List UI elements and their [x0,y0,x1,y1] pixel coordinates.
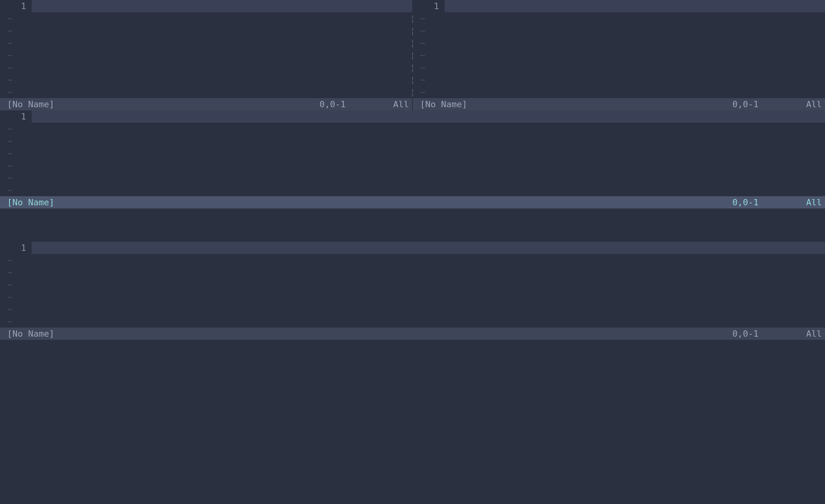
status-percent: All [806,196,823,208]
tilde-icon: ~ [0,25,12,37]
status-cursor-pos: 0,0-1 [319,98,393,110]
tilde-icon: ~ [0,86,12,98]
tilde-icon: ~ [0,123,12,135]
statusline: [No Name] 0,0-1 All [0,98,412,110]
tilde-icon: ~ [413,86,425,98]
empty-line: ~ [0,147,825,159]
pane-bottom[interactable]: 1 ~ ~ ~ ~ ~ ~ [No Name] 0,0-1 All [0,242,825,373]
buffer-line[interactable]: 1 [413,0,825,12]
line-number: 1 [413,0,445,12]
tilde-icon: ~ [0,303,12,315]
tilde-icon: ~ [0,279,12,291]
empty-line: ~ [0,135,825,147]
current-line-highlight[interactable] [32,110,825,123]
empty-line: ~ [0,303,825,315]
current-line-highlight[interactable] [445,0,825,12]
empty-line: ~ [0,266,825,279]
statusline: [No Name] 0,0-1 All [413,98,825,110]
buffer-line[interactable]: 1 [0,110,825,123]
buffer-line[interactable]: 1 [0,242,825,254]
status-buffer-name: [No Name] [7,328,54,340]
line-number: 1 [0,110,32,123]
current-line-highlight[interactable] [32,0,412,12]
status-buffer-name: [No Name] [7,196,54,208]
status-percent: All [806,328,823,340]
statusline-active: [No Name] 0,0-1 All [0,196,825,208]
empty-line: ~ [0,184,825,196]
empty-line: ~ [0,74,412,86]
empty-line: ~ [0,37,412,49]
tilde-icon: ~ [0,37,12,49]
tilde-icon: ~ [0,254,12,266]
buffer-area[interactable]: 1 ~ ~ ~ ~ ~ ~ ~ [413,0,825,98]
tilde-icon: ~ [413,37,425,49]
empty-line: ~ [0,123,825,135]
tilde-icon: ~ [0,184,12,196]
empty-line: ~ [0,61,412,74]
tilde-icon: ~ [413,49,425,61]
empty-line: ~ [0,25,412,37]
pane-middle[interactable]: 1 ~ ~ ~ ~ ~ ~ [No Name] 0,0-1 All [0,110,825,242]
tilde-icon: ~ [0,74,12,86]
buffer-line[interactable]: 1 [0,0,412,12]
status-cursor-pos: 0,0-1 [732,196,806,208]
statusline: [No Name] 0,0-1 All [0,328,825,340]
status-cursor-pos: 0,0-1 [732,328,806,340]
pane-top-right[interactable]: 1 ~ ~ ~ ~ ~ ~ ~ [No Name] 0,0-1 All [413,0,825,110]
tilde-icon: ~ [0,172,12,184]
tilde-icon: ~ [0,315,12,328]
empty-line: ~ [0,279,825,291]
empty-line: ~ [0,315,825,328]
current-line-highlight[interactable] [32,242,825,254]
empty-line: ~ [413,74,825,86]
empty-line: ~ [0,86,412,98]
empty-line: ~ [413,25,825,37]
line-number: 1 [0,242,32,254]
empty-line: ~ [0,159,825,172]
empty-line: ~ [0,172,825,184]
tilde-icon: ~ [413,25,425,37]
editor-root: 1 ~ ~ ~ ~ ~ ~ ~ [No Name] 0,0-1 All ¦ [0,0,825,504]
status-buffer-name: [No Name] [7,98,54,110]
tilde-icon: ~ [0,147,12,159]
empty-line: ~ [413,12,825,25]
status-percent: All [806,98,823,110]
pane-top-left[interactable]: 1 ~ ~ ~ ~ ~ ~ ~ [No Name] 0,0-1 All [0,0,412,110]
tilde-icon: ~ [0,291,12,303]
tilde-icon: ~ [0,12,12,25]
tilde-icon: ~ [0,61,12,74]
status-percent: All [393,98,410,110]
empty-line: ~ [413,86,825,98]
empty-line: ~ [0,291,825,303]
status-cursor-pos: 0,0-1 [732,98,806,110]
tilde-icon: ~ [0,159,12,172]
tilde-icon: ~ [0,49,12,61]
empty-line: ~ [0,12,412,25]
status-buffer-name: [No Name] [420,98,467,110]
empty-line: ~ [413,61,825,74]
line-number: 1 [0,0,32,12]
empty-line: ~ [413,37,825,49]
tilde-icon: ~ [413,61,425,74]
tilde-icon: ~ [413,12,425,25]
command-line[interactable] [0,373,825,504]
tilde-icon: ~ [0,266,12,279]
buffer-area[interactable]: 1 ~ ~ ~ ~ ~ ~ [0,110,825,196]
empty-line: ~ [0,49,412,61]
empty-line: ~ [0,254,825,266]
buffer-area[interactable]: 1 ~ ~ ~ ~ ~ ~ [0,242,825,328]
tilde-icon: ~ [0,135,12,147]
tilde-icon: ~ [413,74,425,86]
empty-line: ~ [413,49,825,61]
buffer-area[interactable]: 1 ~ ~ ~ ~ ~ ~ ~ [0,0,412,98]
top-split-row: 1 ~ ~ ~ ~ ~ ~ ~ [No Name] 0,0-1 All ¦ [0,0,825,110]
